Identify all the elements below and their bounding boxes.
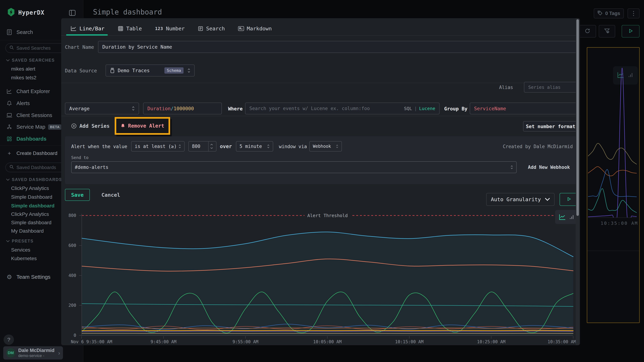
alert-condition-select[interactable]: is at least (≥) <box>131 141 184 152</box>
run-query-button[interactable] <box>622 25 640 37</box>
data-source-label: Data Source <box>65 68 97 73</box>
user-subtitle: demo-service - <box>18 354 55 358</box>
x-tick-label: Nov 6 9:35:00 AM <box>71 339 112 344</box>
x-tick-mark <box>491 336 492 339</box>
granularity-select[interactable]: Auto Granularity <box>486 193 554 206</box>
help-button[interactable]: ? <box>4 335 14 345</box>
sidebar-item-label: Service MapBETA <box>16 124 61 130</box>
run-chart-button[interactable] <box>560 193 578 206</box>
remove-alert-button[interactable]: Remove Alert <box>128 123 164 129</box>
user-name: Dale McDiarmid <box>18 348 55 353</box>
x-axis-labels: Nov 6 9:35:00 AM9:45:00 AM9:55:00 AM10:0… <box>82 336 573 345</box>
create-dashboard-button[interactable]: + Create Dashboard <box>6 149 58 158</box>
chart-type-toggle[interactable] <box>555 210 578 224</box>
preset-item[interactable]: Services <box>11 247 30 253</box>
user-card[interactable]: DM Dale McDiarmid demo-service - › <box>3 346 63 360</box>
schema-badge: Schema <box>164 67 184 74</box>
saved-dashboards-input[interactable]: Saved Dashboards <box>5 163 68 172</box>
saved-search-item[interactable]: mikes alert <box>11 66 35 72</box>
dashboard-list-item[interactable]: ClickPy Analytics <box>11 185 49 191</box>
x-tick-label: 9:45:00 AM <box>150 339 176 344</box>
background-time-label: 10:35:00 AM <box>600 221 638 226</box>
where-search-input[interactable]: Search your events w/ Lucene ex. column:… <box>245 103 440 114</box>
dashboard-list-item[interactable]: Simple dashboard <box>11 220 52 225</box>
presets-header[interactable]: PRESETS <box>6 239 34 243</box>
sidebar-item-dashboards[interactable]: Dashboards <box>6 134 46 143</box>
divider <box>61 35 580 36</box>
y-tick-mark <box>79 245 82 246</box>
dashboard-list-item[interactable]: ClickPy Analytics <box>11 211 49 217</box>
scrollbar-thumb[interactable] <box>576 19 579 216</box>
alert-window-select[interactable]: 5 minute <box>236 141 273 152</box>
preset-item[interactable]: Kubernetes <box>11 256 37 261</box>
tab-markdown[interactable]: M↓ Markdown <box>238 25 272 32</box>
send-to-label: Send to <box>71 155 88 160</box>
query-language-toggle[interactable]: SQL | Lucene <box>404 106 435 111</box>
x-tick-mark <box>245 336 246 339</box>
tab-table[interactable]: Table <box>118 25 142 32</box>
group-by-input[interactable]: ServiceName <box>470 103 578 114</box>
send-to-select[interactable]: #demo-alerts <box>71 161 517 173</box>
saved-searches-input[interactable]: Saved Searches <box>5 43 68 53</box>
sidebar-item-chart-explorer[interactable]: Chart Explorer <box>6 87 50 96</box>
sidebar-item-team-settings[interactable]: ⚙ Team Settings <box>6 272 50 282</box>
sidebar-item-alerts[interactable]: Alerts <box>6 99 30 108</box>
number-stepper[interactable] <box>208 142 213 151</box>
play-icon <box>628 28 633 34</box>
filter-button[interactable] <box>599 25 615 37</box>
sql-option[interactable]: SQL <box>404 106 412 111</box>
select-updown-icon <box>510 165 513 169</box>
refresh-button[interactable] <box>579 25 596 37</box>
x-tick-mark <box>163 336 164 339</box>
bar-chart-icon[interactable] <box>569 214 575 220</box>
cancel-button[interactable]: Cancel <box>102 189 120 201</box>
x-tick-mark <box>327 336 328 339</box>
lucene-option[interactable]: Lucene <box>419 106 435 111</box>
tab-search[interactable]: Search <box>198 25 225 32</box>
y-tick-label: 800 <box>68 213 76 218</box>
sidebar-item-search[interactable]: Search <box>6 28 33 37</box>
alert-threshold-label: Alert Threshold <box>304 213 350 218</box>
brand[interactable]: HyperDX <box>7 8 44 17</box>
save-button[interactable]: Save <box>65 189 90 201</box>
chart-explorer-icon <box>6 88 12 94</box>
screen: Simple dashboard 0 Tags <box>0 0 644 362</box>
dashboard-list-item[interactable]: Simple Dashboard <box>11 194 52 200</box>
data-source-select[interactable]: Demo Traces Schema <box>106 64 195 76</box>
set-number-format-button[interactable]: Set number format <box>523 121 578 132</box>
filter-edit-icon <box>604 28 610 35</box>
x-tick-label: 10:05:00 AM <box>313 339 342 344</box>
sidebar-item-client-sessions[interactable]: Client Sessions <box>6 111 52 120</box>
dashboard-list-item[interactable]: My Dashboard <box>11 228 44 234</box>
saved-searches-placeholder: Saved Searches <box>16 45 51 51</box>
tags-button[interactable]: 0 Tags <box>594 8 624 18</box>
series-alias-input[interactable]: Series alias <box>524 82 578 93</box>
saved-dashboards-header[interactable]: SAVED DASHBOARDS <box>6 177 62 182</box>
sidebar-item-service-map[interactable]: Service MapBETA <box>6 122 61 131</box>
sidebar-collapse-icon[interactable] <box>69 10 76 17</box>
add-new-webhook-button[interactable]: Add New Webhook <box>528 165 570 170</box>
search-icon <box>9 165 14 171</box>
created-by-label: Created by Dale McDiarmid <box>503 144 573 149</box>
chevron-down-icon <box>6 179 10 181</box>
x-tick-mark <box>82 336 82 339</box>
saved-search-item[interactable]: mikes tets2 <box>11 75 36 81</box>
chart-name-input[interactable]: Duration by Service Name <box>98 41 578 53</box>
x-tick-label: 10:25:00 AM <box>477 339 506 344</box>
select-updown-icon <box>178 144 181 149</box>
alert-channel-select[interactable]: Webhook <box>309 141 342 152</box>
saved-searches-header[interactable]: SAVED SEARCHES <box>6 58 55 63</box>
kebab-menu-button[interactable] <box>628 8 640 18</box>
window-via-label: window via <box>279 144 307 149</box>
line-chart-icon[interactable] <box>559 214 566 220</box>
add-series-button[interactable]: Add Series <box>71 122 110 130</box>
tab-line-bar[interactable]: Line/Bar <box>70 25 104 32</box>
alert-threshold-input[interactable]: 800 <box>188 141 216 152</box>
y-tick-label: 600 <box>68 243 76 248</box>
field-expression-input[interactable]: Duration/1000000 <box>143 103 222 114</box>
tab-number[interactable]: 123 Number <box>155 25 184 32</box>
play-icon <box>566 197 571 202</box>
sidebar-item-label: Team Settings <box>16 274 50 280</box>
aggregation-select[interactable]: Average <box>65 103 139 114</box>
dashboard-list-item-active[interactable]: Simple dashboard <box>11 203 54 209</box>
